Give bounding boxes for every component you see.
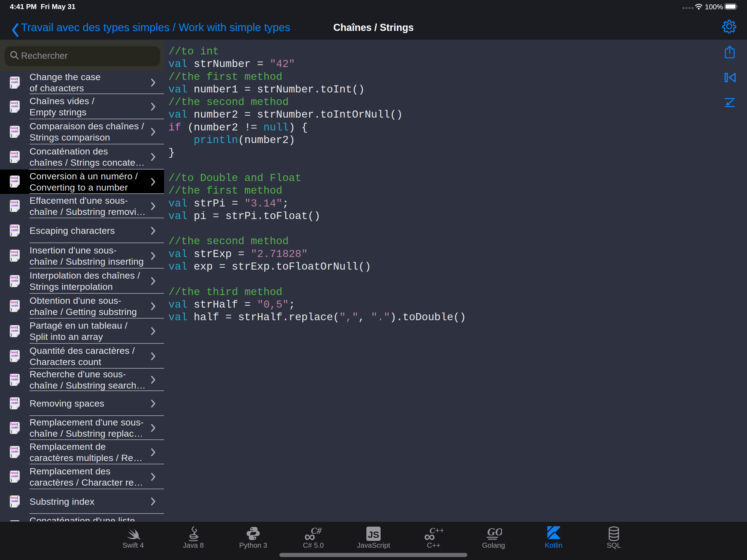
- svg-text:func{: func{: [10, 276, 18, 279]
- svg-text:func{: func{: [10, 126, 18, 130]
- svg-text:}: }: [11, 381, 12, 385]
- svg-text:func{: func{: [10, 496, 18, 499]
- svg-text:}: }: [11, 133, 12, 137]
- svg-text:}: }: [11, 84, 12, 88]
- svg-text:}: }: [11, 207, 12, 211]
- svg-text:code: code: [11, 304, 18, 307]
- svg-text:}: }: [11, 232, 12, 236]
- svg-text:func{: func{: [10, 471, 18, 475]
- svg-text:}: }: [11, 430, 12, 433]
- svg-text:code: code: [11, 499, 18, 503]
- svg-text:func{: func{: [10, 398, 18, 401]
- svg-text:code: code: [11, 426, 18, 429]
- svg-text:code: code: [11, 204, 18, 207]
- svg-text:}: }: [11, 183, 12, 187]
- svg-text:code: code: [11, 104, 18, 108]
- svg-text:}: }: [11, 503, 12, 507]
- svg-text:}: }: [11, 159, 12, 162]
- svg-text:code: code: [11, 354, 18, 357]
- svg-text:code: code: [11, 228, 18, 232]
- svg-text:}: }: [11, 108, 12, 112]
- svg-text:code: code: [11, 279, 18, 282]
- svg-text:func{: func{: [10, 152, 18, 155]
- svg-text:code: code: [11, 253, 18, 257]
- svg-text:code: code: [11, 80, 18, 84]
- svg-text:code: code: [11, 179, 18, 183]
- svg-text:GO: GO: [487, 526, 502, 538]
- svg-text:func{: func{: [10, 101, 18, 104]
- svg-text:code: code: [11, 329, 18, 332]
- svg-text:}: }: [11, 308, 12, 311]
- svg-text:}: }: [11, 478, 12, 482]
- svg-text:func{: func{: [10, 374, 18, 378]
- svg-text:}: }: [11, 333, 12, 337]
- svg-text:∞: ∞: [304, 528, 315, 542]
- svg-text:}: }: [11, 405, 12, 409]
- svg-text:func{: func{: [10, 423, 18, 426]
- svg-text:func{: func{: [10, 200, 18, 204]
- svg-text:func{: func{: [10, 326, 18, 329]
- svg-text:JS: JS: [368, 529, 379, 540]
- svg-text:func{: func{: [10, 77, 18, 80]
- svg-text:∞: ∞: [424, 528, 435, 542]
- svg-text:func{: func{: [10, 250, 18, 253]
- svg-text:code: code: [11, 155, 18, 158]
- svg-text:}: }: [11, 283, 12, 286]
- svg-text:code: code: [11, 475, 18, 478]
- svg-text:}: }: [11, 257, 12, 261]
- svg-text:func{: func{: [10, 301, 18, 304]
- svg-text:}: }: [11, 454, 12, 457]
- svg-text:func{: func{: [10, 447, 18, 450]
- svg-text:func{: func{: [10, 351, 18, 354]
- svg-text:}: }: [11, 358, 12, 361]
- svg-text:code: code: [11, 130, 18, 133]
- svg-text:func{: func{: [10, 176, 18, 179]
- svg-text:code: code: [11, 401, 18, 404]
- svg-text:code: code: [11, 378, 18, 381]
- svg-text:func{: func{: [10, 225, 18, 228]
- svg-text:code: code: [11, 450, 18, 453]
